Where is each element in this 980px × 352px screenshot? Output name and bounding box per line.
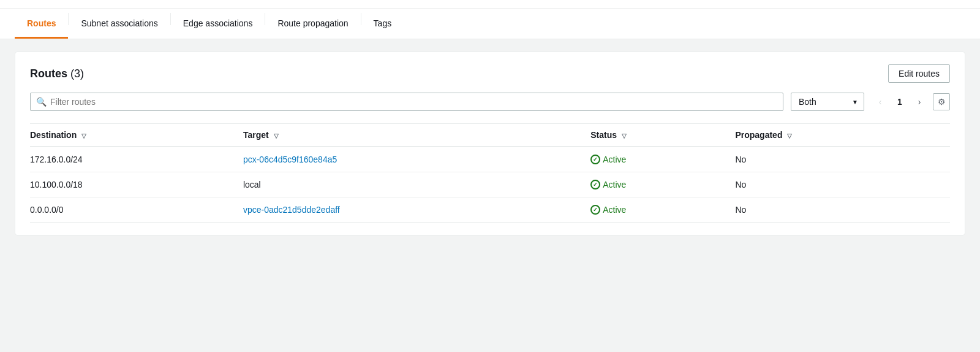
status-check-icon: ✓ <box>590 205 600 215</box>
routes-table: Destination ▽ Target ▽ Status ▽ Propag <box>30 123 950 223</box>
col-status-sort-icon[interactable]: ▽ <box>622 132 627 139</box>
col-target-sort-icon[interactable]: ▽ <box>274 132 279 139</box>
panel-title-text: Routes <box>30 67 67 80</box>
status-badge: ✓Active <box>590 155 728 164</box>
cell-propagated: No <box>735 147 950 172</box>
pagination: ‹ 1 › ⚙ <box>872 93 950 110</box>
cell-target: local <box>243 172 590 197</box>
panel-title: Routes (3) <box>30 67 84 80</box>
table-row: 172.16.0.0/24pcx-06c4d5c9f160e84a5✓Activ… <box>30 147 950 172</box>
content-area: Routes (3) Edit routes 🔍 Both IPv4 IPv6 <box>0 39 980 248</box>
cell-status: ✓Active <box>590 197 735 223</box>
table-header-row: Destination ▽ Target ▽ Status ▽ Propag <box>30 124 950 147</box>
status-text: Active <box>603 205 626 215</box>
status-text: Active <box>603 155 626 164</box>
col-status-label: Status <box>590 130 617 140</box>
routes-panel: Routes (3) Edit routes 🔍 Both IPv4 IPv6 <box>15 52 965 235</box>
cell-target[interactable]: vpce-0adc21d5dde2edaff <box>243 197 590 223</box>
cell-destination: 10.100.0.0/18 <box>30 172 243 197</box>
filter-input[interactable] <box>30 93 783 111</box>
status-badge: ✓Active <box>590 205 728 215</box>
target-link[interactable]: vpce-0adc21d5dde2edaff <box>243 205 340 215</box>
col-header-destination: Destination ▽ <box>30 124 243 147</box>
table-row: 0.0.0.0/0vpce-0adc21d5dde2edaff✓ActiveNo <box>30 197 950 223</box>
col-header-status: Status ▽ <box>590 124 735 147</box>
pagination-prev-button[interactable]: ‹ <box>872 93 889 110</box>
col-propagated-sort-icon[interactable]: ▽ <box>787 132 792 139</box>
cell-status: ✓Active <box>590 172 735 197</box>
target-link[interactable]: pcx-06c4d5c9f160e84a5 <box>243 155 337 164</box>
status-text: Active <box>603 180 626 189</box>
page-wrapper: Routes Subnet associations Edge associat… <box>0 0 980 352</box>
cell-target[interactable]: pcx-06c4d5c9f160e84a5 <box>243 147 590 172</box>
col-destination-label: Destination <box>30 130 77 140</box>
cell-destination: 172.16.0.0/24 <box>30 147 243 172</box>
cell-destination: 0.0.0.0/0 <box>30 197 243 223</box>
tab-tags[interactable]: Tags <box>361 9 404 39</box>
panel-header: Routes (3) Edit routes <box>30 64 950 83</box>
panel-count-value: (3) <box>70 67 84 80</box>
edit-routes-button[interactable]: Edit routes <box>888 64 950 83</box>
cell-propagated: No <box>735 197 950 223</box>
tab-routes[interactable]: Routes <box>15 9 68 39</box>
top-bar <box>0 0 980 9</box>
pagination-page-number: 1 <box>894 97 906 107</box>
status-badge: ✓Active <box>590 180 728 189</box>
cell-status: ✓Active <box>590 147 735 172</box>
col-destination-sort-icon[interactable]: ▽ <box>81 132 86 139</box>
pagination-next-button[interactable]: › <box>911 93 928 110</box>
cell-propagated: No <box>735 172 950 197</box>
status-check-icon: ✓ <box>590 155 600 164</box>
tabs-container: Routes Subnet associations Edge associat… <box>0 9 980 39</box>
table-settings-button[interactable]: ⚙ <box>933 93 950 110</box>
dropdown-wrapper: Both IPv4 IPv6 ▼ <box>791 93 864 111</box>
tab-subnet-associations[interactable]: Subnet associations <box>69 9 170 39</box>
table-row: 10.100.0.0/18local✓ActiveNo <box>30 172 950 197</box>
status-check-icon: ✓ <box>590 180 600 189</box>
tab-edge-associations[interactable]: Edge associations <box>171 9 265 39</box>
col-header-propagated: Propagated ▽ <box>735 124 950 147</box>
search-container: 🔍 <box>30 93 783 111</box>
col-propagated-label: Propagated <box>735 130 782 140</box>
col-target-label: Target <box>243 130 269 140</box>
filter-dropdown[interactable]: Both IPv4 IPv6 <box>791 93 864 111</box>
col-header-target: Target ▽ <box>243 124 590 147</box>
tab-route-propagation[interactable]: Route propagation <box>265 9 360 39</box>
filter-bar: 🔍 Both IPv4 IPv6 ▼ ‹ 1 › ⚙ <box>30 93 950 111</box>
